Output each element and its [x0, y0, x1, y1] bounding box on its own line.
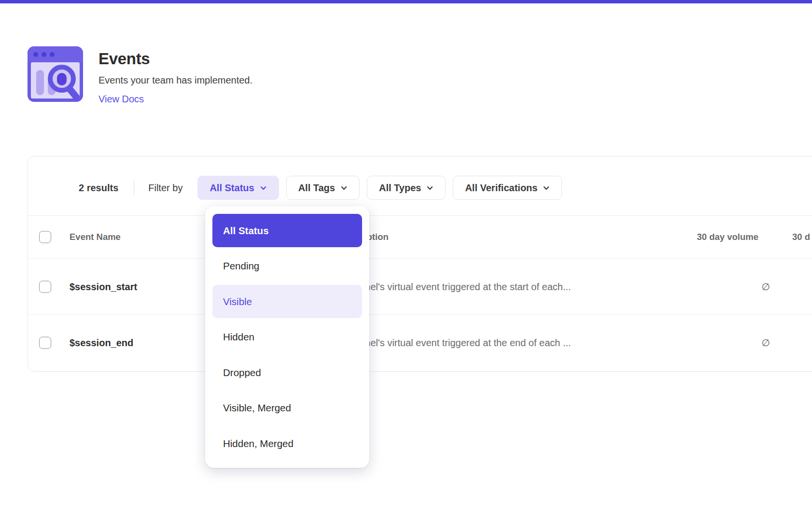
- events-card: 2 results Filter by All StatusAll TagsAl…: [28, 156, 812, 372]
- chevron-down-icon: [340, 184, 348, 192]
- table-body: $session_startMixpanel's virtual event t…: [28, 258, 812, 370]
- status-option-all-status[interactable]: All Status: [212, 214, 362, 247]
- column-header-event-name[interactable]: Event Name: [70, 232, 121, 242]
- status-option-visible-merged[interactable]: Visible, Merged: [212, 392, 362, 425]
- chevron-down-icon: [260, 184, 267, 192]
- table-row-session-end[interactable]: $session_endMixpanel's virtual event tri…: [28, 314, 812, 370]
- page-title: Events: [98, 50, 150, 68]
- results-count: 2 results: [79, 182, 118, 194]
- view-docs-link[interactable]: View Docs: [98, 94, 144, 105]
- table-row-session-start[interactable]: $session_startMixpanel's virtual event t…: [28, 258, 812, 314]
- icon-dot: [33, 52, 38, 57]
- event-name: $session_start: [70, 281, 137, 292]
- events-browser-search-icon: [28, 46, 83, 102]
- page-subtitle: Events your team has implemented.: [98, 75, 252, 86]
- chevron-down-icon: [426, 184, 434, 192]
- column-header-truncated[interactable]: 30 d: [792, 232, 810, 242]
- event-description: Mixpanel's virtual event triggered at th…: [339, 337, 571, 348]
- status-option-visible[interactable]: Visible: [212, 285, 362, 318]
- select-all-checkbox[interactable]: [39, 231, 51, 243]
- row-checkbox[interactable]: [39, 337, 51, 349]
- event-name: $session_end: [70, 337, 133, 348]
- icon-chart-bar: [36, 70, 44, 95]
- filter-button-all-types[interactable]: All Types: [367, 176, 446, 200]
- icon-dot: [42, 52, 46, 57]
- filter-buttons: All StatusAll TagsAll TypesAll Verificat…: [197, 176, 569, 200]
- event-description: Mixpanel's virtual event triggered at th…: [339, 281, 571, 292]
- row-checkbox[interactable]: [39, 281, 51, 293]
- magnifier-icon: [44, 63, 82, 101]
- status-option-pending[interactable]: Pending: [212, 250, 362, 283]
- filter-button-label: All Tags: [298, 182, 335, 194]
- table-header: Event Name Description 30 day volume 30 …: [28, 215, 812, 258]
- event-30-day-volume: ∅: [762, 281, 770, 293]
- status-option-dropped[interactable]: Dropped: [212, 356, 362, 389]
- icon-dot: [50, 52, 55, 57]
- column-header-30-day-volume[interactable]: 30 day volume: [697, 232, 758, 242]
- filter-button-label: All Types: [379, 182, 421, 194]
- filter-button-all-tags[interactable]: All Tags: [286, 176, 360, 200]
- filter-button-label: All Status: [210, 182, 254, 194]
- toolbar-divider: [134, 181, 134, 195]
- filter-button-all-verifications[interactable]: All Verifications: [453, 176, 562, 200]
- filter-button-all-status[interactable]: All Status: [197, 176, 279, 200]
- status-option-hidden[interactable]: Hidden: [212, 321, 362, 354]
- top-accent-bar: [0, 0, 812, 3]
- status-dropdown-menu: All StatusPendingVisibleHiddenDroppedVis…: [205, 206, 369, 468]
- status-option-hidden-merged[interactable]: Hidden, Merged: [212, 427, 362, 460]
- filter-toolbar: 2 results Filter by All StatusAll TagsAl…: [28, 156, 812, 215]
- event-30-day-volume: ∅: [762, 337, 770, 349]
- chevron-down-icon: [543, 184, 550, 192]
- filter-by-label: Filter by: [148, 182, 182, 194]
- filter-button-label: All Verifications: [465, 182, 537, 194]
